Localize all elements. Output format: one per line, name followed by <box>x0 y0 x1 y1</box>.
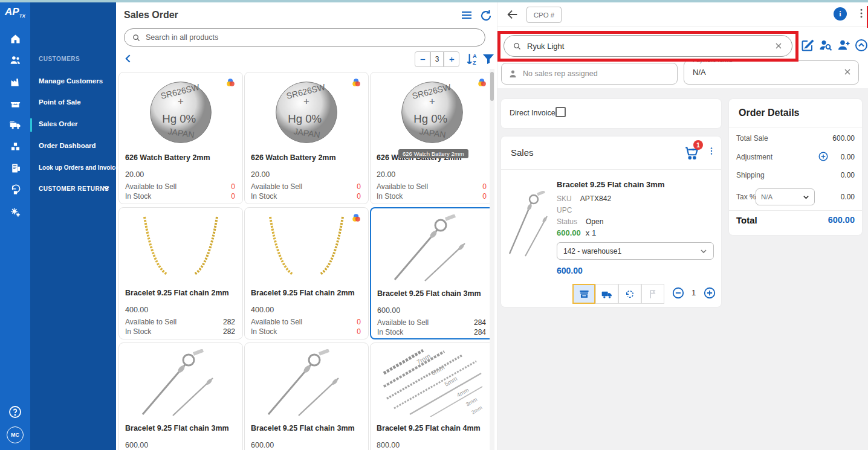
grid-scrollbar[interactable] <box>490 69 494 450</box>
available-label: Available to Sell <box>125 318 177 326</box>
sidebar-item-order-dashboard[interactable]: Order Dashboard <box>39 142 96 149</box>
product-image-multi-chain: 7mm 6mm 5mm 4mm 3mm 2mm <box>375 347 489 419</box>
kebab-menu-icon[interactable] <box>855 7 867 21</box>
product-name: Bracelet 9.25 Flat chain 4mm <box>377 424 481 432</box>
available-label: Available to Sell <box>251 318 302 326</box>
invoice-icon[interactable] <box>8 161 22 175</box>
point-of-sale-icon[interactable] <box>8 96 22 111</box>
collapse-panel-chevron-left-icon[interactable] <box>123 53 135 65</box>
home-icon[interactable] <box>8 31 22 46</box>
refresh-icon[interactable] <box>479 8 493 23</box>
product-tooltip: 626 Watch Battery 2mm <box>398 149 468 158</box>
delivery-truck-icon[interactable] <box>8 117 22 132</box>
product-card[interactable]: Bracelet 9.25 Flat chain 3mm 600.00 <box>118 342 243 450</box>
total-label: Total <box>736 215 757 225</box>
product-card[interactable]: SR626SW+Hg 0%JAPAN 626 Watch Battery 2mm… <box>244 72 369 204</box>
customer-search[interactable] <box>504 35 792 57</box>
reports-icon[interactable] <box>8 74 22 89</box>
tax-select[interactable]: N/A <box>756 188 815 205</box>
sales-title: Sales <box>511 147 534 158</box>
product-card[interactable]: Bracelet 9.25 Flat chain 2mm 400.00 Avai… <box>244 207 369 339</box>
cart-kebab-menu-icon[interactable] <box>707 146 716 159</box>
svg-text:A: A <box>473 53 477 59</box>
app-logo: APTX <box>0 6 30 19</box>
product-image-battery: SR626SW+Hg 0%JAPAN <box>375 76 489 149</box>
grid-scrollbar-thumb[interactable] <box>490 72 494 101</box>
add-adjustment-icon[interactable] <box>818 151 829 162</box>
color-variants-icon <box>351 213 362 223</box>
quantity-value: 1 <box>691 288 696 297</box>
direct-invoice-label: Direct Invoice <box>510 109 555 117</box>
grid-columns-decrease-button[interactable] <box>415 51 430 67</box>
info-icon[interactable]: i <box>834 7 847 21</box>
sort-az-icon[interactable]: AZ <box>464 51 480 67</box>
sales-rep-input[interactable] <box>523 69 671 78</box>
product-name: Bracelet 9.25 Flat chain 2mm <box>251 289 355 297</box>
quantity-decrease-button[interactable] <box>672 286 685 300</box>
product-name: Bracelet 9.25 Flat chain 3mm <box>125 424 229 432</box>
customers-icon[interactable] <box>8 53 22 67</box>
returns-icon[interactable] <box>8 182 22 197</box>
svg-text:+: + <box>303 95 309 107</box>
order-workspace: Direct Invoice Sales 1 Bracelet 9.25 Fla… <box>497 88 868 450</box>
clear-payment-terms-icon[interactable] <box>843 67 852 77</box>
color-variants-icon <box>225 77 236 88</box>
product-price: 20.00 <box>125 170 144 179</box>
edit-icon[interactable] <box>800 38 815 53</box>
tax-amount: 0.00 <box>841 193 855 201</box>
product-image-gold-chain <box>250 211 363 284</box>
settings-gears-icon[interactable] <box>8 205 22 219</box>
fulfillment-ship-button[interactable] <box>595 284 618 304</box>
payment-terms-field[interactable]: Payment Terms N/A <box>684 60 859 85</box>
rotate-icon <box>624 289 635 300</box>
product-card[interactable]: SR626SW+Hg 0%JAPAN 626 Watch Battery 2mm… <box>370 72 494 204</box>
cart-item-image-silver-chain <box>507 191 553 257</box>
customer-search-input[interactable] <box>527 42 768 51</box>
filter-icon[interactable] <box>481 51 496 67</box>
product-grid: SR626SW+Hg 0%JAPAN 626 Watch Battery 2mm… <box>116 68 497 450</box>
product-card[interactable]: SR626SW+Hg 0%JAPAN 626 Watch Battery 2mm… <box>118 72 243 204</box>
product-image-battery: SR626SW+Hg 0%JAPAN <box>250 76 363 149</box>
fulfillment-store-button[interactable] <box>572 284 595 304</box>
grid-columns-increase-button[interactable] <box>444 51 459 67</box>
sidebar-item-lookup-orders[interactable]: Look up Orders and Invoices <box>39 164 122 171</box>
product-card[interactable]: Bracelet 9.25 Flat chain 2mm 400.00 Avai… <box>118 207 243 339</box>
person-search-icon[interactable] <box>818 38 833 53</box>
product-search-input[interactable] <box>146 33 478 42</box>
svg-text:Z: Z <box>473 60 476 66</box>
warehouse-select[interactable]: 142 - warehouse1 <box>557 242 714 260</box>
available-label: Available to Sell <box>377 182 428 191</box>
sidebar-item-point-of-sale[interactable]: Point of Sale <box>39 98 81 106</box>
sidebar-item-sales-order[interactable]: Sales Order <box>39 120 78 127</box>
pickup-icon <box>647 289 658 300</box>
collapse-icon[interactable] <box>854 38 868 53</box>
clear-search-icon[interactable] <box>774 41 783 51</box>
fulfillment-backorder-button[interactable] <box>618 284 641 304</box>
cpo-number-field[interactable]: CPO # <box>526 7 562 23</box>
sidebar-item-customer-returns[interactable]: CUSTOMER RETURNS <box>39 185 109 192</box>
quantity-increase-button[interactable] <box>703 286 716 300</box>
inventory-boxes-icon[interactable] <box>8 139 22 153</box>
direct-invoice-checkbox[interactable] <box>555 107 566 117</box>
list-view-icon[interactable] <box>459 8 474 23</box>
product-card[interactable]: Bracelet 9.25 Flat chain 3mm 600.00 <box>244 342 369 450</box>
fulfillment-pickup-button[interactable] <box>641 284 664 304</box>
chevron-down-icon[interactable] <box>103 184 110 191</box>
product-search[interactable] <box>124 28 485 47</box>
color-variants-icon <box>477 77 488 88</box>
product-name: 626 Watch Battery 2mm <box>125 153 210 162</box>
product-card-selected[interactable]: Bracelet 9.25 Flat chain 3mm 600.00 Avai… <box>370 207 494 339</box>
user-avatar[interactable]: MC <box>7 426 24 443</box>
help-icon[interactable] <box>8 405 22 419</box>
sidebar-item-manage-customers[interactable]: Manage Customers <box>39 77 103 85</box>
available-value: 284 <box>474 318 486 327</box>
svg-text:5mm: 5mm <box>444 375 459 388</box>
back-arrow-icon[interactable] <box>506 8 519 21</box>
svg-text:Hg 0%: Hg 0% <box>413 112 447 125</box>
search-icon <box>513 42 522 51</box>
menu-section-customers: CUSTOMERS <box>39 56 80 62</box>
product-card[interactable]: 7mm 6mm 5mm 4mm 3mm 2mm Bracelet 9.25 Fl… <box>370 342 494 450</box>
sales-rep-field[interactable] <box>501 63 678 85</box>
product-image-silver-chain <box>124 347 238 419</box>
person-add-icon[interactable] <box>837 38 851 53</box>
